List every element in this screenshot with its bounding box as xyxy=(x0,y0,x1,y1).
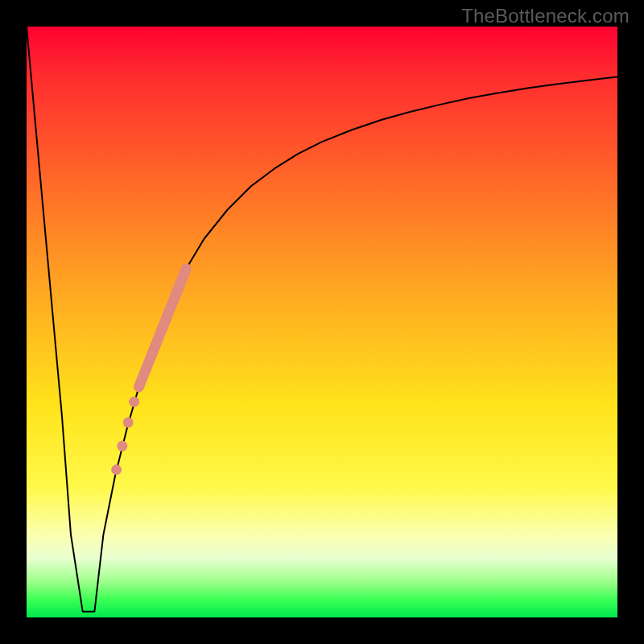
highlight-dot-2 xyxy=(123,417,134,427)
attribution-text: TheBottleneck.com xyxy=(461,5,630,27)
highlight-segment xyxy=(139,269,187,387)
highlight-dot-0 xyxy=(111,464,122,475)
highlight-layer xyxy=(111,269,186,475)
curve-layer xyxy=(27,27,617,612)
chart-svg xyxy=(27,27,617,617)
highlight-dot-3 xyxy=(129,397,139,407)
chart-frame: TheBottleneck.com xyxy=(0,0,644,644)
highlight-dot-1 xyxy=(117,441,127,452)
plot-area xyxy=(27,27,617,617)
bottleneck-curve xyxy=(27,27,617,612)
